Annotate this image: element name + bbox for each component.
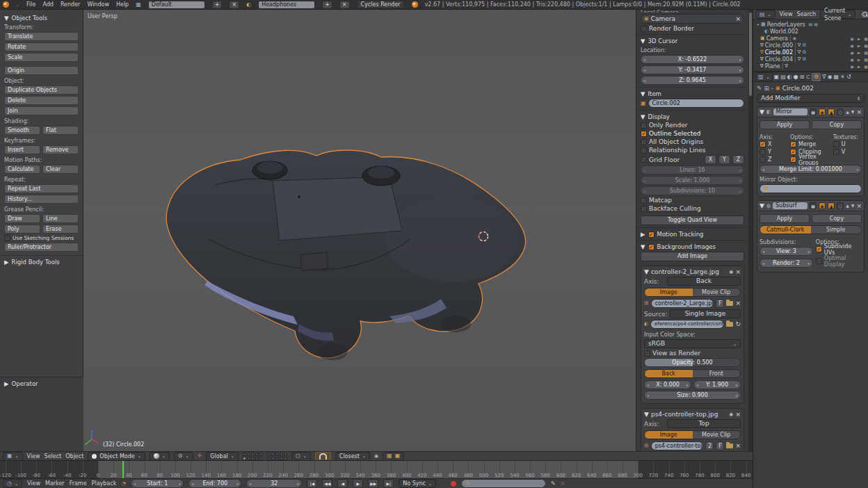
size-slider[interactable]: ◂Size: 0.900▸	[644, 391, 741, 400]
users-count-button[interactable]: 2	[705, 441, 714, 450]
layers-grid-2[interactable]	[267, 453, 287, 460]
cage-toggle[interactable]: ◌	[837, 108, 844, 115]
add-scene-button[interactable]: +	[322, 1, 332, 9]
menu-search[interactable]: Search	[797, 11, 816, 17]
editor-collapse-icon[interactable]: ⌄	[16, 3, 19, 7]
vertex-groups-checkbox[interactable]: ✓	[790, 156, 796, 163]
hide-icon[interactable]: ◉	[850, 57, 853, 62]
screen-layout-icon[interactable]: ▦	[136, 2, 141, 8]
subsurf-modifier-header[interactable]: ▼ ◍ Subsurf ▦ ◉ ▲ ◌ ▲ ▼ ×	[757, 201, 864, 211]
item-name-field[interactable]: Circle.002	[648, 99, 744, 108]
cursor-x-slider[interactable]: ◂X: -0.6522▸	[641, 55, 744, 64]
editor-type-select[interactable]: ▤⌄	[755, 10, 775, 19]
image-datablock-field[interactable]: ps4-controller-top.jpg	[651, 441, 704, 450]
hide-icon[interactable]: ◉	[850, 43, 853, 48]
collapse-icon[interactable]: ▼	[641, 38, 645, 44]
tab-world-icon[interactable]: ●	[794, 74, 798, 80]
prev-keyframe-button[interactable]: ◀◀	[322, 479, 332, 488]
grid-y-button[interactable]: Y	[718, 155, 730, 164]
grid-x-button[interactable]: X	[705, 155, 716, 164]
add-modifier-select[interactable]: Add Modifier⇕	[757, 94, 865, 103]
display-mode-select[interactable]: Current Scene⌄	[820, 10, 855, 19]
jump-start-button[interactable]: |◀	[307, 479, 317, 488]
backface-culling-checkbox[interactable]	[641, 206, 647, 212]
clear-paths-button[interactable]: Clear	[42, 165, 79, 174]
collapse-icon[interactable]: ▼	[641, 244, 645, 250]
selectable-icon[interactable]: ►	[858, 64, 861, 69]
selectable-icon[interactable]: ►	[858, 36, 861, 41]
render-restrict-icon[interactable]: ▦	[864, 43, 868, 48]
opacity-slider[interactable]: Opacity: 0.500	[644, 358, 741, 367]
flat-button[interactable]: Flat	[42, 126, 79, 135]
snap-toggle[interactable]	[315, 452, 331, 461]
image-datablock-icon[interactable]: ▤	[644, 444, 649, 448]
close-icon[interactable]: ×	[735, 300, 741, 307]
catmull-clark-toggle[interactable]: Catmull-Clark	[760, 226, 811, 234]
texture-v-checkbox[interactable]	[833, 149, 839, 155]
pin-icon[interactable]: ✎	[757, 86, 762, 92]
modifier-name-field[interactable]: Mirror	[773, 108, 808, 115]
play-reverse-button[interactable]: ◀	[337, 479, 348, 488]
current-frame-field[interactable]: ◂32▸	[246, 479, 302, 488]
close-icon[interactable]: ×	[735, 16, 741, 22]
image-path-field[interactable]: eference/ps4-controller/controller-2_Lar…	[650, 320, 724, 329]
tab-material-icon[interactable]: ◉	[828, 74, 833, 80]
merge-checkbox[interactable]: ✓	[790, 141, 796, 147]
eye-icon[interactable]: ◉	[729, 412, 733, 417]
operator-panel[interactable]: ▶Operator	[0, 377, 83, 451]
collapse-icon[interactable]: ▼	[641, 91, 645, 97]
grid-lines-slider[interactable]: ◂Lines: 16▸	[641, 165, 744, 174]
fake-user-button[interactable]: F	[716, 441, 724, 450]
rotate-button[interactable]: Rotate	[4, 42, 79, 51]
open-file-icon[interactable]	[726, 301, 733, 306]
grid-z-button[interactable]: Z	[732, 155, 744, 164]
calculate-paths-button[interactable]: Calculate	[4, 165, 40, 174]
close-icon[interactable]: ×	[856, 203, 862, 209]
outliner-search-input[interactable]	[860, 10, 868, 19]
menu-render[interactable]: Render	[61, 1, 80, 8]
menu-view[interactable]: View	[780, 11, 793, 17]
merge-limit-slider[interactable]: ◂Merge Limit: 0.001000▸	[760, 165, 862, 174]
back-toggle[interactable]: Back	[645, 370, 693, 377]
movie-clip-tab[interactable]: Movie Clip	[693, 431, 741, 439]
menu-view[interactable]: View	[27, 453, 40, 459]
browse-file-icon[interactable]	[726, 322, 733, 327]
tab-data-icon[interactable]: ∇	[822, 74, 826, 80]
add-image-button[interactable]: Add Image	[641, 252, 744, 261]
grease-erase-button[interactable]: Erase	[42, 225, 79, 234]
move-down-icon[interactable]: ▼	[851, 110, 855, 114]
remove-keyframe-button[interactable]: Remove	[42, 145, 79, 154]
outliner-row-circle004[interactable]: ∇ Circle.004 |∇ ⚙ ◉►▦	[753, 56, 868, 63]
delete-scene-button[interactable]: ×	[339, 1, 350, 9]
subdivide-uvs-checkbox[interactable]: ✓	[816, 246, 822, 252]
outliner-row-plane[interactable]: ∇ Plane |∇ ◉►▦	[753, 63, 868, 70]
tab-object-icon[interactable]: ⊞	[800, 74, 805, 80]
render-border-row[interactable]: Render Border	[641, 25, 744, 32]
render-restrict-icon[interactable]: ▦	[864, 50, 868, 55]
sketching-sessions-checkbox[interactable]	[4, 235, 10, 241]
hide-icon[interactable]: ◉	[850, 64, 853, 69]
collapse-icon[interactable]: ▼	[4, 15, 9, 22]
editor-type-select[interactable]: ◷⌄	[3, 479, 22, 488]
menu-select[interactable]: Select	[45, 453, 62, 459]
camera-object-field[interactable]: ▣ Camera ×	[641, 14, 744, 24]
mirror-z-checkbox[interactable]	[760, 156, 766, 163]
duplicate-objects-button[interactable]: Duplicate Objects	[4, 86, 79, 95]
all-origins-checkbox[interactable]	[641, 139, 647, 145]
play-button[interactable]: ▶	[353, 479, 363, 488]
outliner-row-circle000[interactable]: ∇ Circle.000 |∇ ⚙ ◉►▦	[753, 42, 868, 49]
snap-target-icon[interactable]: ◉	[374, 454, 378, 459]
only-render-checkbox[interactable]	[641, 122, 647, 129]
move-up-icon[interactable]: ▲	[846, 110, 849, 114]
timeline-ruler[interactable]: -120-100-80-60-40-2002040608010012014016…	[0, 460, 753, 479]
render-engine-select[interactable]: Cycles Render	[357, 0, 405, 9]
collapse-icon[interactable]: ▼	[641, 114, 645, 120]
tab-modifiers-icon[interactable]: ⚙	[812, 73, 821, 81]
tab-particles-icon[interactable]: ✳	[840, 74, 845, 80]
panel-item[interactable]: ▼Item	[641, 90, 744, 97]
image-datablock-field[interactable]: controller-2_Large.jpg	[651, 299, 714, 308]
apply-button[interactable]: Apply	[760, 214, 810, 223]
frame-start-field[interactable]: ◂Start: 1▸	[131, 479, 184, 488]
selectable-icon[interactable]: ►	[858, 50, 861, 55]
next-keyframe-button[interactable]: ▶▶	[368, 479, 378, 488]
